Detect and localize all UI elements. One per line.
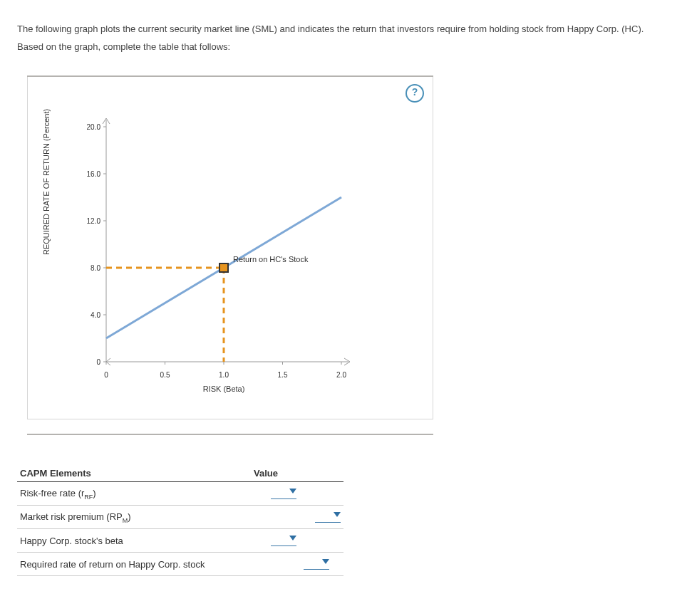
svg-marker-16 bbox=[322, 559, 329, 564]
xtick-0: 0 bbox=[104, 371, 108, 379]
row-label: Risk-free rate (rRF) bbox=[17, 482, 251, 506]
plot-area: 0 4.0 8.0 12.0 16.0 20.0 0 0.5 1.0 1.5 2… bbox=[106, 127, 348, 362]
chevron-down-icon bbox=[334, 512, 341, 518]
dropdown-rf[interactable] bbox=[271, 486, 296, 499]
chevron-down-icon bbox=[289, 489, 296, 494]
dropdown-beta[interactable] bbox=[271, 533, 296, 546]
divider-bottom bbox=[27, 434, 433, 435]
chart-svg bbox=[99, 120, 356, 369]
chart-box: ? REQUIRED RATE OF RETURN (Percent) bbox=[27, 77, 433, 419]
table-row: Risk-free rate (rRF) bbox=[17, 482, 343, 506]
table-row: Required rate of return on Happy Corp. s… bbox=[17, 553, 343, 576]
chevron-down-icon bbox=[289, 536, 296, 541]
xtick-05: 0.5 bbox=[160, 371, 170, 379]
svg-marker-13 bbox=[289, 489, 296, 494]
row-label: Happy Corp. stock's beta bbox=[17, 529, 251, 553]
svg-marker-15 bbox=[289, 536, 296, 541]
help-icon[interactable]: ? bbox=[405, 84, 424, 103]
row-label: Required rate of return on Happy Corp. s… bbox=[17, 553, 251, 576]
th-value: Value bbox=[251, 464, 343, 482]
y-axis-label: REQUIRED RATE OF RETURN (Percent) bbox=[42, 109, 51, 255]
xtick-10: 1.0 bbox=[219, 371, 229, 379]
x-axis-label: RISK (Beta) bbox=[203, 385, 245, 393]
hc-point[interactable] bbox=[219, 263, 228, 272]
th-elements: CAPM Elements bbox=[17, 464, 251, 482]
ytick-0: 0 bbox=[75, 358, 100, 366]
chevron-down-icon bbox=[322, 559, 329, 565]
xtick-15: 1.5 bbox=[278, 371, 288, 379]
xtick-20: 2.0 bbox=[336, 371, 346, 379]
ytick-16: 16.0 bbox=[75, 170, 100, 178]
dropdown-rpm[interactable] bbox=[315, 509, 341, 523]
intro-text: The following graph plots the current se… bbox=[17, 21, 665, 56]
dropdown-required-return[interactable] bbox=[304, 556, 329, 570]
ytick-8: 8.0 bbox=[75, 264, 100, 272]
capm-table: CAPM Elements Value Risk-free rate (rRF)… bbox=[17, 464, 343, 576]
table-row: Market risk premium (RPM) bbox=[17, 506, 343, 529]
row-label: Market risk premium (RPM) bbox=[17, 506, 251, 529]
svg-marker-14 bbox=[334, 512, 341, 517]
table-row: Happy Corp. stock's beta bbox=[17, 529, 343, 553]
capm-table-wrap: CAPM Elements Value Risk-free rate (rRF)… bbox=[17, 464, 345, 576]
hc-point-label: Return on HC's Stock bbox=[233, 255, 308, 263]
ytick-12: 12.0 bbox=[75, 217, 100, 225]
chart-panel: ? REQUIRED RATE OF RETURN (Percent) bbox=[27, 75, 433, 435]
ytick-4: 4.0 bbox=[75, 311, 100, 319]
ytick-20: 20.0 bbox=[75, 123, 100, 131]
